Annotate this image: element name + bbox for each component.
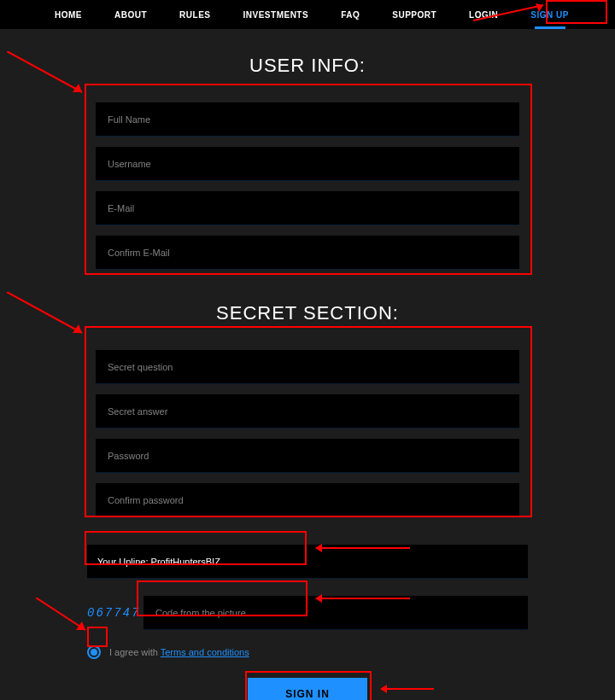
full-name-input[interactable] [96, 102, 519, 137]
username-input[interactable] [96, 147, 519, 181]
heading-secret-section: SECRET SECTION: [0, 302, 615, 324]
agree-text: I agree with Terms and conditions [109, 647, 249, 657]
secret-question-input[interactable] [96, 350, 519, 384]
heading-user-info: USER INFO: [0, 55, 615, 77]
svg-marker-7 [76, 621, 85, 630]
captcha-image: 067747 [87, 606, 133, 620]
nav-support[interactable]: SUPPORT [392, 10, 436, 20]
agree-row: I agree with Terms and conditions [87, 645, 528, 659]
agree-prefix: I agree with [109, 647, 161, 657]
svg-marker-5 [73, 324, 82, 333]
captcha-row: 067747 [87, 596, 528, 630]
terms-link[interactable]: Terms and conditions [161, 647, 249, 657]
button-row: SIGN IN [0, 678, 615, 700]
nav-faq[interactable]: FAQ [341, 10, 360, 20]
svg-line-6 [36, 598, 85, 630]
nav-investments[interactable]: INVESTMENTS [243, 10, 309, 20]
nav-home[interactable]: HOME [55, 10, 82, 20]
top-nav: HOME ABOUT RULES INVESTMENTS FAQ SUPPORT… [0, 0, 615, 29]
nav-login[interactable]: LOGIN [469, 10, 498, 20]
password-input[interactable] [96, 439, 519, 473]
secret-answer-input[interactable] [96, 394, 519, 429]
agree-radio[interactable] [87, 645, 101, 659]
confirm-email-input[interactable] [96, 236, 519, 270]
signin-button[interactable]: SIGN IN [248, 678, 367, 700]
nav-signup[interactable]: SIGN UP [530, 10, 569, 20]
secret-section-group [85, 340, 530, 526]
captcha-input[interactable] [144, 596, 528, 630]
nav-rules[interactable]: RULES [179, 10, 210, 20]
signup-underline [535, 26, 565, 29]
upline-display: Your Upline: ProfitHuntersBIZ [87, 545, 528, 579]
svg-marker-3 [73, 84, 82, 92]
email-input[interactable] [96, 191, 519, 225]
confirm-password-input[interactable] [96, 483, 519, 517]
user-info-group [85, 92, 530, 278]
nav-about[interactable]: ABOUT [114, 10, 147, 20]
upline-row: Your Upline: ProfitHuntersBIZ [87, 545, 528, 579]
